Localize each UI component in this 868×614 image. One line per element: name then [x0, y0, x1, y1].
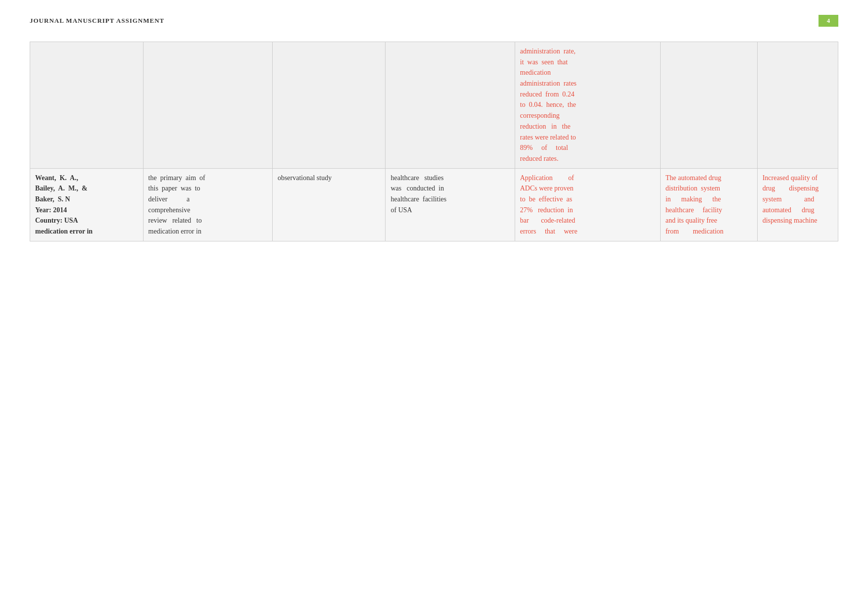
cell-authors: Weant, K. A., Bailey, A. M., & Baker, S.…: [30, 168, 144, 241]
cell-top-col7: [757, 42, 838, 169]
cell-top-col2: [143, 42, 272, 169]
year-label: Year: 2014: [35, 206, 67, 214]
table-row-top: administration rate, it was seen that me…: [30, 42, 838, 169]
cell-study-aim: the primary aim of this paper was to del…: [143, 168, 272, 241]
main-table: administration rate, it was seen that me…: [30, 42, 838, 241]
cell-top-col4: [386, 42, 515, 169]
outcome-text: The automated drug distribution system i…: [666, 174, 723, 235]
page: JOURNAL MANUSCRIPT ASSIGNMENT 4 administ…: [0, 0, 868, 614]
author-weant: Weant, K. A.,: [35, 174, 78, 182]
cell-top-col5-text: administration rate, it was seen that me…: [520, 47, 577, 162]
table-row-data: Weant, K. A., Bailey, A. M., & Baker, S.…: [30, 168, 838, 241]
cell-results: Application of ADCs were proven to be ef…: [515, 168, 660, 241]
cell-top-col1: [30, 42, 144, 169]
medication-error-text: medication error in: [35, 228, 93, 235]
cell-top-col6: [660, 42, 757, 169]
cell-top-col5: administration rate, it was seen that me…: [515, 42, 660, 169]
cell-outcome: The automated drug distribution system i…: [660, 168, 757, 241]
cell-conclusion: Increased quality of drug dispensing sys…: [757, 168, 838, 241]
header-title: JOURNAL MANUSCRIPT ASSIGNMENT: [30, 17, 164, 25]
cell-setting: healthcare studies was conducted in heal…: [386, 168, 515, 241]
header: JOURNAL MANUSCRIPT ASSIGNMENT 4: [30, 15, 838, 27]
author-bailey: Bailey, A. M., &: [35, 185, 88, 192]
author-baker: Baker, S. N: [35, 195, 70, 203]
conclusion-text: Increased quality of drug dispensing sys…: [763, 174, 819, 225]
country-label: Country: USA: [35, 217, 78, 224]
cell-study-type: observational study: [272, 168, 386, 241]
cell-top-col3: [272, 42, 386, 169]
results-text: Application of ADCs were proven to be ef…: [520, 174, 578, 235]
page-number: 4: [819, 15, 838, 27]
